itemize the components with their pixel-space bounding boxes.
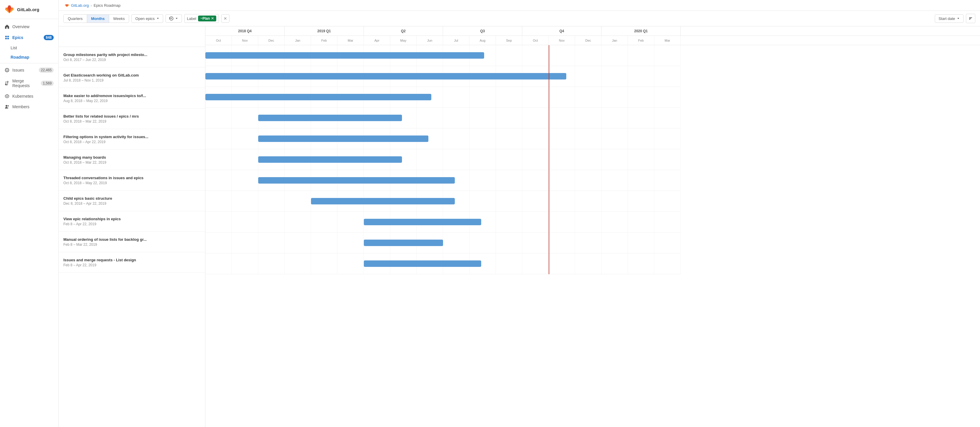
epic-dates: Oct 8, 2018 – Apr 22, 2019 [64, 140, 200, 144]
gantt-cell [443, 233, 469, 253]
sidebar-divider-1 [0, 63, 58, 63]
epic-dates: Feb 8 – Mar 22, 2019 [64, 243, 200, 247]
epic-title: Get Elasticsearch working on GitLab.com [64, 73, 200, 78]
breadcrumb-org[interactable]: GitLab.org [71, 3, 89, 8]
mr-label: Merge Requests [12, 79, 38, 88]
breadcrumb-page: Epics Roadmap [94, 3, 121, 8]
epic-bar[interactable] [311, 198, 455, 205]
epic-bar[interactable] [205, 73, 566, 79]
gantt-cell [575, 191, 601, 211]
sidebar-item-members[interactable]: Members [0, 102, 58, 112]
epic-list-row[interactable]: Manual ordering of issue lists for backl… [59, 232, 205, 252]
epic-title: Manual ordering of issue lists for backl… [64, 237, 200, 242]
issues-label: Issues [12, 68, 24, 73]
weeks-button[interactable]: Weeks [109, 15, 129, 22]
epic-bar[interactable] [258, 177, 455, 184]
month-label: Sep [496, 36, 522, 45]
gantt-row [205, 233, 681, 253]
epic-list-row[interactable]: Issues and merge requests - List design … [59, 252, 205, 273]
months-button[interactable]: Months [87, 15, 109, 22]
toolbar: Quarters Months Weeks Open epics Label ~… [59, 11, 980, 26]
epic-list-row[interactable]: Child epics basic structure Dec 8, 2018 … [59, 190, 205, 211]
gantt-cell [232, 253, 258, 274]
quarter-label: 2018 Q4 [205, 26, 285, 35]
gantt-cell [443, 108, 469, 128]
gantt-cell [232, 108, 258, 128]
gantt-cell [549, 233, 575, 253]
epic-bar[interactable] [258, 115, 402, 121]
quarter-label: Q4 [522, 26, 601, 35]
gantt-cell [522, 212, 549, 232]
gantt-cell [205, 212, 232, 232]
sidebar-item-overview[interactable]: Overview [0, 21, 58, 32]
gantt-cell [496, 233, 522, 253]
epics-submenu: List Roadmap [0, 43, 58, 62]
gantt-cell [628, 170, 654, 190]
epic-list-row[interactable]: Managing many boards Oct 8, 2018 – Mar 2… [59, 149, 205, 170]
gantt-cell [549, 108, 575, 128]
epic-list-row[interactable]: Make easier to add/remove issues/epics t… [59, 88, 205, 108]
issues-badge: 22,465 [39, 67, 54, 73]
chevron-down-icon [156, 17, 159, 20]
gantt-months-row: OctNovDecJanFebMarAprMayJunJulAugSepOctN… [205, 36, 980, 45]
month-label: Oct [522, 36, 549, 45]
main-content: GitLab.org › Epics Roadmap Quarters Mont… [59, 0, 980, 427]
epic-bar[interactable] [205, 94, 431, 100]
gantt-cell [258, 191, 285, 211]
gantt-cell [601, 66, 628, 87]
history-button[interactable] [165, 14, 182, 22]
month-label: Jun [417, 36, 443, 45]
epic-list-row[interactable]: View epic relationships in epics Feb 8 –… [59, 211, 205, 232]
epic-list-row[interactable]: Get Elasticsearch working on GitLab.com … [59, 67, 205, 88]
epic-bar[interactable] [364, 219, 481, 225]
quarters-button[interactable]: Quarters [64, 15, 87, 22]
gantt-cell [496, 129, 522, 149]
epic-bar[interactable] [258, 156, 402, 163]
start-date-button[interactable]: Start date [935, 14, 964, 23]
gantt-cell [549, 191, 575, 211]
quarter-label: 2019 Q1 [285, 26, 364, 35]
gantt-inner: 2018 Q42019 Q1Q2Q3Q42020 Q1 OctNovDecJan… [205, 26, 980, 274]
gantt-cell [205, 191, 232, 211]
epic-bar[interactable] [364, 240, 443, 246]
gantt-cell [469, 170, 496, 190]
epic-bar[interactable] [258, 135, 428, 142]
gantt-cell [232, 170, 258, 190]
epic-list-row[interactable]: Group milestones parity with project mil… [59, 47, 205, 67]
gantt-cell [628, 66, 654, 87]
svg-rect-0 [5, 36, 7, 37]
gantt-cell [496, 191, 522, 211]
members-icon [5, 105, 10, 109]
sidebar-item-roadmap[interactable]: Roadmap [11, 52, 58, 62]
quarter-label: Q3 [443, 26, 522, 35]
gantt-cell [443, 149, 469, 170]
sort-button[interactable] [966, 14, 975, 23]
gantt-cell [654, 170, 681, 190]
epic-list-row[interactable]: Better lists for related issues / epics … [59, 108, 205, 129]
clear-filter-button[interactable]: ✕ [221, 14, 229, 22]
gantt-cell [337, 253, 364, 274]
open-epics-button[interactable]: Open epics [132, 14, 163, 23]
epic-bar[interactable] [205, 52, 484, 59]
gantt-cell [522, 87, 549, 107]
org-name: GitLab.org [17, 7, 39, 12]
epic-list-row[interactable]: Filtering options in system activity for… [59, 129, 205, 149]
gantt-body [205, 45, 980, 274]
gantt-cell [601, 149, 628, 170]
svg-point-8 [6, 105, 7, 107]
epic-list-row[interactable]: Threaded conversations in issues and epi… [59, 170, 205, 190]
remove-plan-label[interactable]: ✕ [211, 16, 214, 21]
svg-rect-1 [7, 36, 9, 37]
month-label: Aug [469, 36, 496, 45]
plan-label: ~Plan [200, 16, 210, 21]
epic-title: Threaded conversations in issues and epi… [64, 176, 200, 180]
sidebar-item-merge-requests[interactable]: Merge Requests 1,569 [0, 76, 58, 91]
sidebar-item-issues[interactable]: Issues 22,465 [0, 65, 58, 76]
epic-bar[interactable] [364, 260, 481, 267]
gitlab-small-icon [65, 3, 69, 8]
gantt-row [205, 108, 681, 129]
open-epics-label: Open epics [135, 16, 154, 21]
sidebar-item-epics[interactable]: Epics 848 [0, 32, 58, 43]
sidebar-item-kubernetes[interactable]: Kubernetes [0, 91, 58, 102]
sidebar-item-list[interactable]: List [11, 43, 58, 52]
